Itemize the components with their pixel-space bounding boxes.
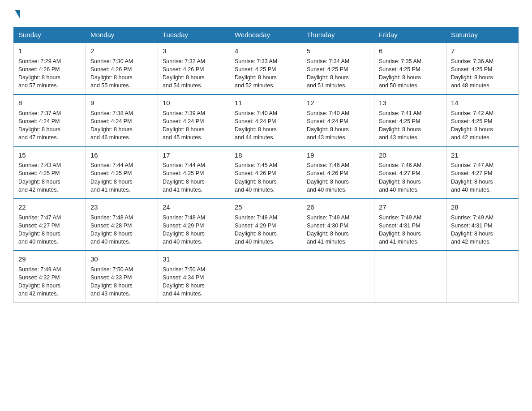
day-number: 15 [18,150,81,160]
day-number: 27 [379,202,442,212]
calendar-cell: 1Sunrise: 7:29 AMSunset: 4:26 PMDaylight… [14,43,86,94]
day-number: 25 [235,202,297,212]
day-info: Sunrise: 7:40 AMSunset: 4:24 PMDaylight:… [235,110,277,141]
calendar-cell: 5Sunrise: 7:34 AMSunset: 4:25 PMDaylight… [302,43,374,94]
calendar-cell: 28Sunrise: 7:49 AMSunset: 4:31 PMDayligh… [446,199,519,251]
calendar-header-monday: Monday [86,27,158,43]
day-info: Sunrise: 7:47 AMSunset: 4:27 PMDaylight:… [451,162,493,193]
calendar-week-row: 8Sunrise: 7:37 AMSunset: 4:24 PMDaylight… [14,94,519,146]
day-info: Sunrise: 7:49 AMSunset: 4:31 PMDaylight:… [379,214,421,245]
calendar-header-wednesday: Wednesday [230,27,302,43]
day-number: 14 [451,98,514,108]
day-info: Sunrise: 7:38 AMSunset: 4:24 PMDaylight:… [90,110,133,141]
calendar-cell: 30Sunrise: 7:50 AMSunset: 4:33 PMDayligh… [86,251,158,303]
day-number: 28 [451,202,514,212]
day-info: Sunrise: 7:40 AMSunset: 4:24 PMDaylight:… [307,110,349,141]
day-number: 16 [90,150,153,160]
day-number: 8 [18,98,81,108]
day-number: 31 [163,254,225,264]
day-number: 3 [163,46,225,56]
calendar-header-thursday: Thursday [302,27,374,43]
calendar-cell: 11Sunrise: 7:40 AMSunset: 4:24 PMDayligh… [230,94,302,146]
day-number: 22 [18,202,81,212]
calendar-cell: 14Sunrise: 7:42 AMSunset: 4:25 PMDayligh… [446,94,519,146]
calendar-cell: 24Sunrise: 7:48 AMSunset: 4:29 PMDayligh… [158,199,230,251]
calendar-header-friday: Friday [374,27,446,43]
calendar-header-row: SundayMondayTuesdayWednesdayThursdayFrid… [14,27,519,43]
calendar-cell: 3Sunrise: 7:32 AMSunset: 4:26 PMDaylight… [158,43,230,94]
day-number: 26 [307,202,369,212]
logo-triangle-icon [15,10,20,19]
day-info: Sunrise: 7:35 AMSunset: 4:25 PMDaylight:… [379,58,421,89]
day-info: Sunrise: 7:29 AMSunset: 4:26 PMDaylight:… [18,58,61,89]
calendar-cell: 18Sunrise: 7:45 AMSunset: 4:26 PMDayligh… [230,147,302,199]
calendar-cell: 12Sunrise: 7:40 AMSunset: 4:24 PMDayligh… [302,94,374,146]
day-info: Sunrise: 7:50 AMSunset: 4:34 PMDaylight:… [163,266,205,297]
day-info: Sunrise: 7:48 AMSunset: 4:28 PMDaylight:… [90,214,133,245]
calendar-cell [230,251,302,303]
calendar-cell: 25Sunrise: 7:48 AMSunset: 4:29 PMDayligh… [230,199,302,251]
day-info: Sunrise: 7:43 AMSunset: 4:25 PMDaylight:… [18,162,61,193]
calendar-cell: 10Sunrise: 7:39 AMSunset: 4:24 PMDayligh… [158,94,230,146]
day-info: Sunrise: 7:45 AMSunset: 4:26 PMDaylight:… [235,162,277,193]
day-info: Sunrise: 7:46 AMSunset: 4:26 PMDaylight:… [307,162,349,193]
day-number: 13 [379,98,442,108]
day-info: Sunrise: 7:36 AMSunset: 4:25 PMDaylight:… [451,58,493,89]
day-number: 17 [163,150,225,160]
calendar-cell: 8Sunrise: 7:37 AMSunset: 4:24 PMDaylight… [14,94,86,146]
calendar-cell: 27Sunrise: 7:49 AMSunset: 4:31 PMDayligh… [374,199,446,251]
day-info: Sunrise: 7:44 AMSunset: 4:25 PMDaylight:… [90,162,133,193]
day-number: 6 [379,46,442,56]
day-info: Sunrise: 7:49 AMSunset: 4:32 PMDaylight:… [18,266,61,297]
day-number: 21 [451,150,514,160]
day-number: 4 [235,46,297,56]
day-info: Sunrise: 7:33 AMSunset: 4:25 PMDaylight:… [235,58,277,89]
day-number: 20 [379,150,442,160]
calendar-cell: 13Sunrise: 7:41 AMSunset: 4:25 PMDayligh… [374,94,446,146]
day-number: 12 [307,98,369,108]
day-number: 23 [90,202,153,212]
day-info: Sunrise: 7:49 AMSunset: 4:31 PMDaylight:… [451,214,493,245]
day-info: Sunrise: 7:30 AMSunset: 4:26 PMDaylight:… [90,58,133,89]
day-number: 18 [235,150,297,160]
day-info: Sunrise: 7:47 AMSunset: 4:27 PMDaylight:… [18,214,61,245]
logo [13,9,20,19]
day-info: Sunrise: 7:42 AMSunset: 4:25 PMDaylight:… [451,110,493,141]
calendar-cell: 29Sunrise: 7:49 AMSunset: 4:32 PMDayligh… [14,251,86,303]
day-info: Sunrise: 7:44 AMSunset: 4:25 PMDaylight:… [163,162,205,193]
day-info: Sunrise: 7:46 AMSunset: 4:27 PMDaylight:… [379,162,421,193]
day-info: Sunrise: 7:37 AMSunset: 4:24 PMDaylight:… [18,110,61,141]
calendar-cell [446,251,519,303]
day-info: Sunrise: 7:39 AMSunset: 4:24 PMDaylight:… [163,110,205,141]
calendar-cell: 26Sunrise: 7:49 AMSunset: 4:30 PMDayligh… [302,199,374,251]
calendar-week-row: 15Sunrise: 7:43 AMSunset: 4:25 PMDayligh… [14,147,519,199]
calendar-cell: 9Sunrise: 7:38 AMSunset: 4:24 PMDaylight… [86,94,158,146]
day-number: 9 [90,98,153,108]
page-header [13,9,519,19]
calendar-cell: 7Sunrise: 7:36 AMSunset: 4:25 PMDaylight… [446,43,519,94]
day-info: Sunrise: 7:49 AMSunset: 4:30 PMDaylight:… [307,214,349,245]
day-number: 1 [18,46,81,56]
calendar-header-sunday: Sunday [14,27,86,43]
calendar-cell: 17Sunrise: 7:44 AMSunset: 4:25 PMDayligh… [158,147,230,199]
calendar-cell: 4Sunrise: 7:33 AMSunset: 4:25 PMDaylight… [230,43,302,94]
day-info: Sunrise: 7:34 AMSunset: 4:25 PMDaylight:… [307,58,349,89]
calendar-cell: 22Sunrise: 7:47 AMSunset: 4:27 PMDayligh… [14,199,86,251]
calendar-cell [302,251,374,303]
calendar-cell: 21Sunrise: 7:47 AMSunset: 4:27 PMDayligh… [446,147,519,199]
calendar-cell [374,251,446,303]
calendar-cell: 2Sunrise: 7:30 AMSunset: 4:26 PMDaylight… [86,43,158,94]
calendar-header-saturday: Saturday [446,27,519,43]
calendar-cell: 6Sunrise: 7:35 AMSunset: 4:25 PMDaylight… [374,43,446,94]
day-info: Sunrise: 7:50 AMSunset: 4:33 PMDaylight:… [90,266,133,297]
day-number: 5 [307,46,369,56]
calendar-week-row: 29Sunrise: 7:49 AMSunset: 4:32 PMDayligh… [14,251,519,303]
calendar-cell: 31Sunrise: 7:50 AMSunset: 4:34 PMDayligh… [158,251,230,303]
day-info: Sunrise: 7:32 AMSunset: 4:26 PMDaylight:… [163,58,205,89]
calendar-cell: 20Sunrise: 7:46 AMSunset: 4:27 PMDayligh… [374,147,446,199]
calendar-cell: 16Sunrise: 7:44 AMSunset: 4:25 PMDayligh… [86,147,158,199]
day-number: 30 [90,254,153,264]
calendar-cell: 19Sunrise: 7:46 AMSunset: 4:26 PMDayligh… [302,147,374,199]
day-number: 10 [163,98,225,108]
day-number: 29 [18,254,81,264]
